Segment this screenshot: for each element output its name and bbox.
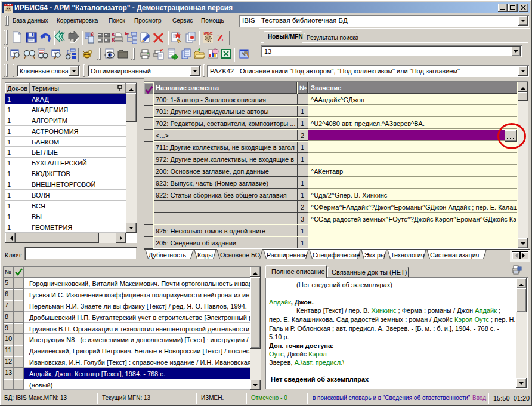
svg-text:Z: Z	[217, 33, 224, 43]
svg-text:ИРБИС: ИРБИС	[204, 32, 213, 35]
